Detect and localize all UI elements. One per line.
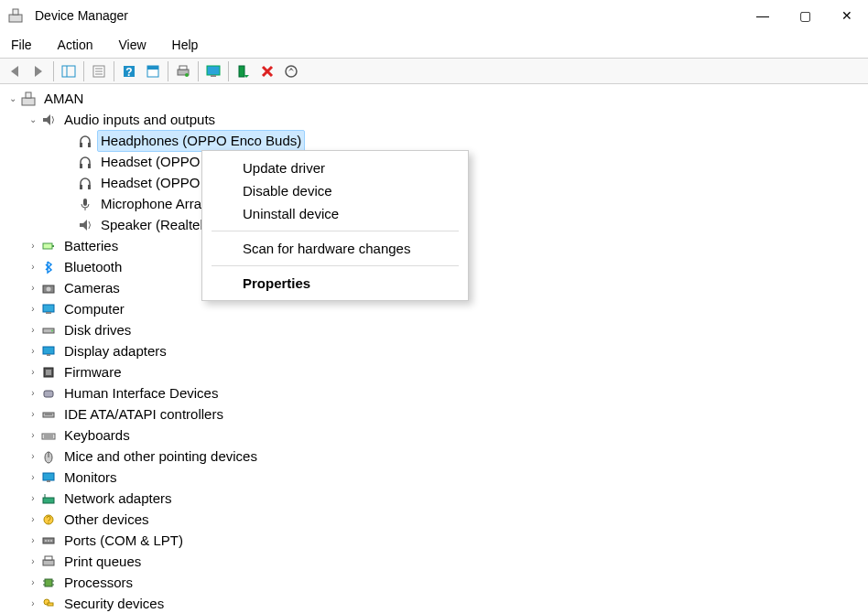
maximize-button[interactable]: ▢ — [784, 0, 826, 31]
disable-device-icon[interactable] — [256, 60, 278, 82]
category-ports-com-lpt-[interactable]: ›Ports (COM & LPT) — [4, 530, 868, 551]
svg-rect-67 — [43, 560, 54, 565]
expand-icon[interactable]: › — [26, 278, 40, 298]
minimize-button[interactable]: — — [742, 0, 784, 31]
category-ide-ata-atapi-controllers[interactable]: ›IDE ATA/ATAPI controllers — [4, 403, 868, 425]
category-other-devices[interactable]: ›?Other devices — [4, 509, 868, 530]
expand-icon[interactable]: › — [26, 404, 40, 425]
close-button[interactable]: ✕ — [826, 0, 868, 31]
category-mice-and-other-pointing-devices[interactable]: ›Mice and other pointing devices — [4, 446, 868, 467]
menu-action[interactable]: Action — [54, 34, 97, 56]
speaker-icon — [77, 217, 93, 233]
nav-back-icon[interactable] — [4, 60, 26, 82]
expand-icon[interactable]: › — [26, 446, 40, 467]
window-controls: — ▢ ✕ — [742, 0, 868, 31]
expand-icon[interactable]: › — [26, 489, 40, 509]
expand-icon[interactable]: › — [26, 531, 40, 551]
ctx-scan-hardware[interactable]: Scan for hardware changes — [202, 237, 468, 260]
expand-icon[interactable]: › — [26, 594, 40, 614]
category-label: Print queues — [60, 552, 145, 572]
tree-root[interactable]: ⌄ AMAN — [4, 88, 868, 109]
category-disk-drives[interactable]: ›Disk drives — [4, 319, 868, 340]
category-security-devices[interactable]: ›Security devices — [4, 593, 868, 613]
svg-marker-36 — [80, 220, 87, 231]
keyboard-icon — [40, 427, 57, 444]
action-log-icon[interactable] — [142, 60, 164, 82]
expand-icon[interactable]: › — [26, 362, 40, 382]
svg-rect-25 — [22, 98, 35, 105]
svg-rect-33 — [88, 185, 91, 189]
category-print-queues[interactable]: ›Print queues — [4, 551, 868, 572]
svg-point-64 — [45, 540, 47, 542]
ctx-disable-device[interactable]: Disable device — [202, 179, 468, 202]
expand-icon[interactable]: › — [26, 552, 40, 572]
menubar: File Action View Help — [0, 31, 868, 59]
device-label: Microphone Array — [97, 194, 212, 214]
expand-icon[interactable]: › — [26, 425, 40, 446]
toolbar-separator — [53, 61, 54, 81]
menu-help[interactable]: Help — [168, 34, 202, 56]
expand-icon[interactable]: › — [26, 299, 40, 319]
device-headphones[interactable]: Headphones (OPPO Enco Buds) — [4, 130, 868, 151]
category-display-adapters[interactable]: ›Display adapters — [4, 340, 868, 361]
ctx-update-driver[interactable]: Update driver — [202, 156, 468, 179]
headphone-icon — [77, 154, 93, 170]
expand-icon[interactable]: › — [26, 383, 40, 403]
expand-icon[interactable]: › — [26, 341, 40, 361]
category-audio[interactable]: ⌄ Audio inputs and outputs — [4, 109, 868, 130]
svg-rect-17 — [207, 66, 220, 75]
toolbar-separator — [198, 61, 199, 81]
toolbar-separator — [83, 61, 84, 81]
enable-device-icon[interactable] — [233, 60, 255, 82]
ctx-properties[interactable]: Properties — [202, 272, 468, 295]
context-separator — [212, 265, 459, 266]
menu-view[interactable]: View — [114, 34, 149, 56]
svg-point-23 — [286, 66, 297, 77]
category-network-adapters[interactable]: ›Network adapters — [4, 488, 868, 509]
expand-icon[interactable]: › — [26, 236, 40, 256]
camera-icon — [40, 280, 57, 296]
collapse-icon[interactable]: ⌄ — [5, 89, 20, 109]
expand-icon[interactable]: › — [26, 468, 40, 488]
scan-hardware-icon[interactable] — [280, 60, 302, 82]
headphone-icon — [77, 175, 93, 191]
category-human-interface-devices[interactable]: ›Human Interface Devices — [4, 382, 868, 403]
ports-icon — [40, 532, 57, 549]
expand-icon[interactable]: › — [26, 573, 40, 593]
category-computer[interactable]: ›Computer — [4, 298, 868, 319]
ctx-uninstall-device[interactable]: Uninstall device — [202, 202, 468, 225]
category-processors[interactable]: ›Processors — [4, 572, 868, 593]
category-monitors[interactable]: ›Monitors — [4, 467, 868, 488]
svg-rect-41 — [43, 305, 54, 312]
category-label: Computer — [60, 299, 128, 319]
window-title: Device Manager — [35, 8, 128, 23]
update-driver-toolbar-icon[interactable] — [202, 60, 224, 82]
print-icon[interactable] — [172, 60, 194, 82]
expand-icon[interactable]: › — [26, 320, 40, 340]
pc-icon — [40, 301, 57, 317]
category-keyboards[interactable]: ›Keyboards — [4, 425, 868, 446]
mic-icon — [77, 196, 93, 212]
category-label: Display adapters — [60, 341, 170, 361]
category-label: Bluetooth — [60, 257, 125, 277]
menu-file[interactable]: File — [7, 34, 36, 56]
properties-icon[interactable] — [88, 60, 110, 82]
show-hide-tree-icon[interactable] — [58, 60, 80, 82]
nav-forward-icon[interactable] — [27, 60, 49, 82]
category-label: Firmware — [60, 362, 125, 382]
expand-icon[interactable]: › — [26, 257, 40, 277]
svg-point-44 — [51, 329, 53, 331]
category-firmware[interactable]: ›Firmware — [4, 361, 868, 382]
expand-icon[interactable]: › — [26, 510, 40, 530]
battery-icon — [40, 238, 57, 254]
category-label: Human Interface Devices — [60, 383, 222, 403]
svg-text:?: ? — [125, 66, 132, 79]
svg-marker-24 — [288, 68, 294, 71]
svg-point-65 — [48, 540, 49, 542]
svg-rect-46 — [47, 354, 50, 356]
toolbar-separator — [168, 61, 168, 81]
help-icon[interactable]: ? — [118, 60, 140, 82]
mouse-icon — [40, 448, 57, 465]
svg-marker-27 — [43, 114, 50, 125]
collapse-icon[interactable]: ⌄ — [26, 110, 40, 130]
